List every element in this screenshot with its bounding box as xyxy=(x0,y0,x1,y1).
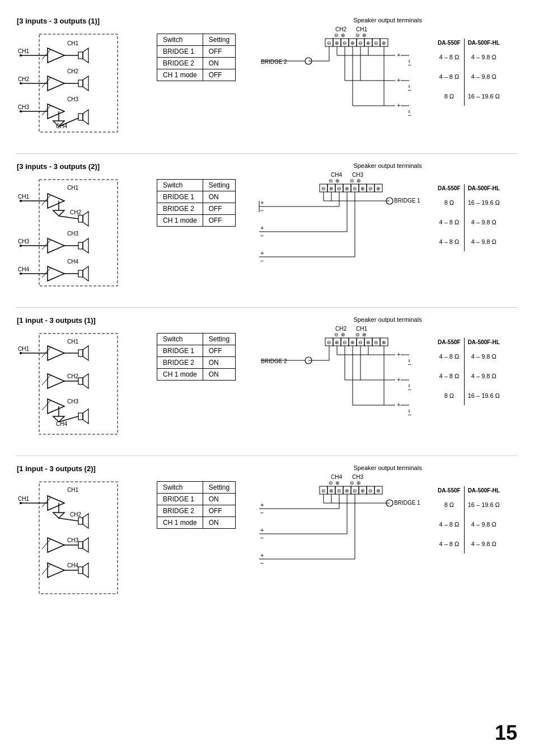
svg-text:CH1: CH1 xyxy=(67,339,78,345)
svg-rect-164 xyxy=(78,378,83,384)
svg-text:CH1: CH1 xyxy=(18,496,29,502)
svg-marker-159 xyxy=(83,346,88,360)
svg-text:CH1: CH1 xyxy=(356,26,367,32)
svg-text:CH3: CH3 xyxy=(67,537,78,543)
svg-text:⊕: ⊕ xyxy=(345,488,349,494)
terminal-label-4: Speaker output terminals xyxy=(258,464,517,471)
s2-imp-3-1: 4 – 9.8 Ω xyxy=(464,232,503,251)
svg-text:CH4: CH4 xyxy=(56,421,67,427)
svg-line-97 xyxy=(42,240,50,250)
imp-2-1: 4 – 9.8 Ω xyxy=(464,67,503,86)
section-1-diagram: CH1 CH1 CH2 CH2 xyxy=(17,29,134,138)
s2-imp-3-0: 4 – 8 Ω xyxy=(434,232,464,251)
svg-text:–: – xyxy=(408,87,411,93)
s4-r2-name: BRIDGE 2 xyxy=(157,505,203,517)
section-3: [1 input - 3 outputs (1)] CH1 CH1 CH2 CH… xyxy=(17,316,517,440)
svg-line-168 xyxy=(42,401,50,410)
svg-text:+: + xyxy=(260,250,264,256)
svg-line-244 xyxy=(42,565,50,574)
section-2-table: Switch Setting BRIDGE 1 ON BRIDGE 2 OFF … xyxy=(146,179,247,227)
imp-1-1: 4 – 9.8 Ω xyxy=(464,47,503,67)
s4-setting-header: Setting xyxy=(203,482,235,494)
svg-line-238 xyxy=(42,539,50,549)
section-1-title: [3 inputs - 3 outputs (1)] xyxy=(17,17,140,25)
svg-line-229 xyxy=(42,497,50,507)
svg-text:BRIDGE 2: BRIDGE 2 xyxy=(261,59,287,65)
svg-line-162 xyxy=(42,375,50,385)
svg-text:⊖: ⊖ xyxy=(374,340,378,345)
svg-text:CH4: CH4 xyxy=(18,266,29,273)
svg-text:⊕: ⊕ xyxy=(360,186,365,191)
svg-line-15 xyxy=(42,78,50,87)
s3-r3-name: CH 1 mode xyxy=(157,369,203,381)
svg-text:+: + xyxy=(260,552,264,558)
svg-text:+: + xyxy=(260,501,264,508)
svg-text:⊕: ⊕ xyxy=(357,178,361,184)
switch-row-1-name: BRIDGE 1 xyxy=(157,46,203,58)
imp-3-1: 16 – 19.6 Ω xyxy=(464,86,503,106)
section-3-terminal: Speaker output terminals CH2 CH1 ⊖ ⊕ ⊖ ⊕… xyxy=(258,316,517,430)
svg-text:CH4: CH4 xyxy=(331,474,342,480)
s4-model-1: DA-550F xyxy=(434,486,464,495)
svg-point-4 xyxy=(20,54,22,57)
svg-text:–: – xyxy=(260,207,264,213)
svg-point-95 xyxy=(20,245,22,247)
svg-line-89 xyxy=(59,216,78,219)
svg-text:⊕: ⊕ xyxy=(382,340,386,345)
terminal-diagram-1: CH2 CH1 ⊖ ⊕ ⊖ ⊕ ⊖ ⊕ ⊖ ⊕ ⊖ ⊕ xyxy=(258,25,432,131)
section-1-terminal: Speaker output terminals CH2 CH1 ⊖ ⊕ ⊖ ⊕… xyxy=(258,17,517,131)
svg-text:CH3: CH3 xyxy=(18,238,29,245)
svg-rect-246 xyxy=(78,567,83,574)
section-1-table: Switch Setting BRIDGE 1 OFF BRIDGE 2 ON … xyxy=(146,34,247,81)
svg-text:⊖: ⊖ xyxy=(343,40,347,46)
svg-text:⊖: ⊖ xyxy=(368,488,373,494)
svg-text:⊖: ⊖ xyxy=(374,40,378,46)
svg-text:⊕: ⊕ xyxy=(345,186,349,191)
svg-text:⊕: ⊕ xyxy=(376,186,381,191)
section-4: [1 input - 3 outputs (2)] CH1 CH1 CH2 CH… xyxy=(17,464,517,599)
s3-imp-1-1: 4 – 9.8 Ω xyxy=(464,346,503,366)
svg-rect-108 xyxy=(78,270,83,277)
svg-line-106 xyxy=(42,268,50,278)
svg-marker-18 xyxy=(83,76,88,91)
svg-text:⊕: ⊕ xyxy=(350,40,355,46)
svg-text:CH4: CH4 xyxy=(331,172,342,178)
svg-text:+: + xyxy=(260,199,264,206)
svg-text:⊕: ⊕ xyxy=(335,40,339,46)
svg-line-85 xyxy=(42,195,50,205)
s4-r3-val: ON xyxy=(203,517,235,529)
svg-marker-231 xyxy=(53,513,64,518)
s3-imp-2-1: 4 – 9.8 Ω xyxy=(464,366,503,386)
svg-text:CH1: CH1 xyxy=(67,185,78,191)
svg-text:BRIDGE 1: BRIDGE 1 xyxy=(394,500,420,506)
s2-imp-2-1: 4 – 9.8 Ω xyxy=(464,212,503,232)
section-3-table: Switch Setting BRIDGE 1 OFF BRIDGE 2 ON … xyxy=(146,333,247,381)
svg-text:⊕: ⊕ xyxy=(362,32,367,38)
s2-imp-1-1: 16 – 19.6 Ω xyxy=(464,192,503,212)
s4-imp-3-0: 4 – 8 Ω xyxy=(434,534,464,553)
svg-rect-158 xyxy=(78,350,83,356)
svg-marker-91 xyxy=(83,212,88,226)
s2-r3-val: OFF xyxy=(203,215,235,227)
section-1-left: [3 inputs - 3 outputs (1)] CH1 CH1 CH2 xyxy=(17,17,140,138)
svg-marker-174 xyxy=(83,409,88,424)
section-4-left: [1 input - 3 outputs (2)] CH1 CH1 CH2 CH… xyxy=(17,464,140,599)
svg-text:CH3: CH3 xyxy=(352,474,363,480)
svg-rect-29 xyxy=(78,114,83,120)
svg-text:⊖: ⊖ xyxy=(358,40,363,46)
svg-text:BRIDGE 1: BRIDGE 1 xyxy=(394,198,420,204)
svg-marker-100 xyxy=(83,238,88,253)
s2-model-2: DA-500F-HL xyxy=(464,184,503,192)
svg-text:⊖: ⊖ xyxy=(368,186,373,191)
s4-r3-name: CH 1 mode xyxy=(157,517,203,529)
svg-text:+: + xyxy=(397,376,400,383)
svg-text:–: – xyxy=(260,534,264,541)
svg-text:CH1: CH1 xyxy=(67,487,78,493)
svg-text:⊕: ⊕ xyxy=(357,480,361,486)
svg-text:CH3: CH3 xyxy=(352,172,363,178)
svg-text:⊕: ⊕ xyxy=(335,480,340,486)
section-4-diagram: CH1 CH1 CH2 CH3 CH4 xyxy=(17,476,134,599)
model-col-2: DA-500F-HL xyxy=(464,39,503,47)
imp-3-0: 8 Ω xyxy=(434,86,464,106)
svg-text:⊖: ⊖ xyxy=(355,332,360,337)
